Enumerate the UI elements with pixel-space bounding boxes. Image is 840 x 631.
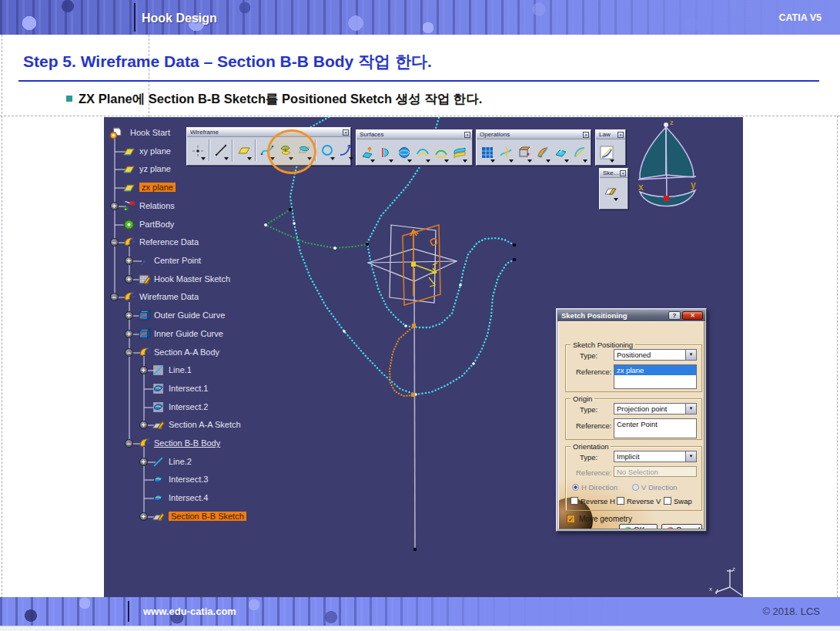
- tree-item-label[interactable]: Intersect.4: [169, 493, 208, 502]
- expand-node-icon[interactable]: +: [139, 458, 148, 466]
- sketch-positioning-dialog[interactable]: Sketch Positioning ? ✕ Sketch Positionin…: [556, 308, 707, 532]
- tree-item-section-a-a-body[interactable]: −Section A-A Body: [104, 346, 350, 360]
- split-button[interactable]: [497, 140, 515, 164]
- tree-item-line-2[interactable]: +Line.2: [104, 455, 350, 469]
- tree-item-intersect-3[interactable]: Intersect.3: [104, 473, 350, 487]
- chevron-down-icon[interactable]: [509, 159, 514, 163]
- expand-node-icon[interactable]: +: [125, 311, 133, 320]
- toolbar-close-icon[interactable]: ▪: [617, 132, 624, 138]
- chevron-down-icon[interactable]: [407, 159, 412, 163]
- tree-item-label[interactable]: Section A-A Body: [154, 347, 219, 357]
- tree-item-label[interactable]: Inner Guide Curve: [154, 329, 223, 338]
- join-button[interactable]: [478, 140, 497, 164]
- tree-item-intersect-4[interactable]: Intersect.4: [104, 492, 350, 505]
- extrude-button[interactable]: [358, 140, 376, 164]
- collapse-node-icon[interactable]: −: [110, 238, 119, 247]
- tree-item-line-1[interactable]: +Line.1: [104, 364, 350, 378]
- chevron-down-icon[interactable]: [583, 159, 587, 163]
- expand-node-icon[interactable]: +: [139, 421, 148, 429]
- origin-reference-field[interactable]: Center Point: [614, 418, 697, 438]
- tree-item-label[interactable]: zx plane: [139, 183, 176, 192]
- tree-item-label[interactable]: Section B-B Body: [154, 438, 220, 448]
- positioning-reference-list[interactable]: zx plane: [614, 364, 697, 389]
- toolbar-operations[interactable]: Operations▪: [476, 129, 591, 166]
- origin-type-combo[interactable]: Projection point ▼: [614, 403, 697, 415]
- fillet-button[interactable]: [571, 140, 589, 164]
- reverse-h-checkbox[interactable]: [571, 497, 578, 505]
- tree-item-intersect-1[interactable]: Intersect.1: [104, 382, 350, 396]
- tree-item-wireframe-data[interactable]: −Wireframe Data: [104, 290, 350, 304]
- tree-item-intersect-2[interactable]: Intersect.2: [104, 401, 350, 415]
- selected-reference[interactable]: zx plane: [614, 365, 696, 375]
- tree-item-label[interactable]: Intersect.1: [169, 384, 208, 393]
- tree-item-label[interactable]: Hook Start: [130, 128, 170, 137]
- v-direction-radio[interactable]: [632, 484, 639, 491]
- tree-item-label[interactable]: Section B-B Sketch: [169, 512, 246, 521]
- h-direction-radio[interactable]: [572, 484, 579, 491]
- toolbar-close-icon[interactable]: ▪: [464, 132, 470, 138]
- chevron-down-icon[interactable]: [201, 157, 206, 160]
- chevron-down-icon[interactable]: ▼: [685, 451, 696, 462]
- expand-node-icon[interactable]: +: [125, 257, 133, 265]
- tree-item-label[interactable]: Hook Master Sketch: [154, 274, 230, 284]
- chevron-down-icon[interactable]: [614, 198, 618, 201]
- chevron-down-icon[interactable]: [389, 159, 393, 163]
- collapse-node-icon[interactable]: −: [125, 439, 133, 448]
- law-button[interactable]: [597, 140, 616, 164]
- blend-button[interactable]: [450, 140, 469, 164]
- trim-button[interactable]: [515, 140, 534, 164]
- tree-item-label[interactable]: Line.2: [169, 457, 192, 466]
- chevron-down-icon[interactable]: [546, 159, 551, 163]
- chevron-down-icon[interactable]: [330, 157, 335, 160]
- point-button[interactable]: [189, 138, 207, 162]
- catia-3d-viewport[interactable]: x y z z x y Hook Startxy planeyz planezx…: [104, 117, 743, 597]
- line-button[interactable]: [212, 138, 230, 162]
- cancel-button[interactable]: Cancel: [661, 524, 702, 529]
- toolbar-surfaces[interactable]: Surfaces▪: [356, 129, 473, 166]
- tree-item-reference-data[interactable]: −Reference Data: [104, 236, 350, 250]
- toolbar-ske[interactable]: Ske...▪: [599, 168, 628, 210]
- toolbar-close-icon[interactable]: ▪: [343, 129, 349, 136]
- positioning-type-combo[interactable]: Positioned ▼: [614, 349, 697, 361]
- tree-item-center-point[interactable]: +Center Point: [104, 254, 350, 268]
- chevron-down-icon[interactable]: [490, 159, 495, 163]
- expand-node-icon[interactable]: +: [139, 512, 148, 521]
- offset-button[interactable]: [413, 140, 432, 164]
- tree-item-section-b-b-sketch[interactable]: +Section B-B Sketch: [104, 510, 350, 524]
- tree-item-label[interactable]: yz plane: [139, 164, 171, 173]
- plane-button[interactable]: [235, 138, 253, 162]
- tree-item-label[interactable]: Reference Data: [139, 237, 199, 247]
- toolbar-close-icon[interactable]: ▪: [620, 170, 626, 176]
- help-button[interactable]: ?: [668, 311, 681, 320]
- toolbar-titlebar[interactable]: Law▪: [596, 130, 625, 139]
- tree-item-relations[interactable]: +Relations: [104, 200, 350, 213]
- tree-item-label[interactable]: Section A-A Sketch: [169, 420, 241, 429]
- expand-node-icon[interactable]: +: [139, 366, 148, 374]
- toolbar-titlebar[interactable]: Surfaces▪: [356, 130, 472, 139]
- move-geometry-checkbox[interactable]: ✓: [567, 515, 575, 523]
- chevron-down-icon[interactable]: [610, 159, 614, 163]
- sweep-button[interactable]: [432, 140, 450, 164]
- circle-button[interactable]: [318, 138, 336, 162]
- tree-item-section-a-a-sketch[interactable]: +Section A-A Sketch: [104, 418, 350, 432]
- tree-item-label[interactable]: Intersect.3: [169, 475, 208, 484]
- toolbar-titlebar[interactable]: Operations▪: [477, 130, 591, 139]
- toolbar-titlebar[interactable]: Ske...▪: [600, 169, 627, 178]
- view-compass[interactable]: x y z: [638, 119, 696, 206]
- tree-item-label[interactable]: Outer Guide Curve: [154, 310, 225, 320]
- chevron-down-icon[interactable]: [370, 159, 375, 163]
- tree-item-inner-guide-curve[interactable]: +Inner Guide Curve: [104, 327, 350, 341]
- specification-tree[interactable]: Hook Startxy planeyz planezx plane+Relat…: [104, 117, 358, 537]
- chevron-down-icon[interactable]: [247, 157, 252, 160]
- tree-item-zx-plane[interactable]: zx plane: [104, 181, 350, 195]
- chevron-down-icon[interactable]: [426, 159, 430, 163]
- tree-item-label[interactable]: PartBody: [139, 220, 174, 229]
- collapse-node-icon[interactable]: −: [125, 348, 133, 357]
- ok-button[interactable]: OK: [619, 524, 658, 529]
- sphere-button[interactable]: [395, 140, 413, 164]
- close-button[interactable]: ✕: [682, 311, 703, 320]
- toolbar-law[interactable]: Law▪: [595, 129, 626, 166]
- chevron-down-icon[interactable]: ▼: [685, 350, 696, 360]
- tree-item-hook-master-sketch[interactable]: +Hook Master Sketch: [104, 273, 350, 287]
- chevron-down-icon[interactable]: [463, 159, 467, 163]
